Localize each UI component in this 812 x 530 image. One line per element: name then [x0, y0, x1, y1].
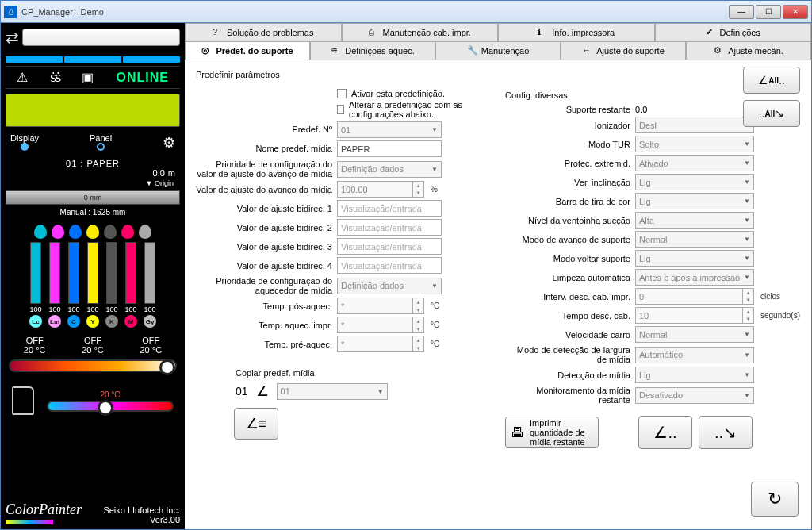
print-heat-spinner[interactable]: *▲▼: [337, 317, 424, 333]
copy-title: Copiar predef. mídia: [236, 368, 489, 378]
ink-dot-Lc: Lc: [29, 315, 42, 328]
page-heading: Predefinir parâmetros: [196, 70, 800, 79]
bidi3-input[interactable]: Visualização/entrada: [337, 238, 442, 255]
display-radio[interactable]: [21, 143, 29, 151]
version: Ver3.00: [103, 515, 180, 524]
rf-select-4[interactable]: Lig▼: [635, 174, 754, 190]
rf-spinner-11[interactable]: 10▲▼: [635, 307, 754, 324]
rf-select-7[interactable]: Normal▼: [635, 231, 754, 248]
rf-label-10: Interv. desc. cab. impr.: [505, 292, 630, 301]
adv-priority-label: Prioridade de configuração do valor de a…: [196, 159, 332, 179]
read-all-button[interactable]: ..All↘: [743, 100, 800, 127]
ink-dot-C: C: [67, 315, 80, 328]
heater-0: OFF20 °C: [24, 336, 46, 355]
sec-tab-4[interactable]: ⚙Ajuste mecân.: [686, 42, 811, 60]
ink-level-Y: 100: [86, 305, 98, 313]
print-remaining-button[interactable]: 🖶 Imprimir quantidade de mídia restante: [505, 417, 599, 448]
pre-heat-spinner[interactable]: *▲▼: [337, 336, 424, 352]
refresh-button[interactable]: ↻: [751, 482, 799, 517]
top-tab-0[interactable]: ?Solução de problemas: [185, 23, 342, 41]
rf-spinner-10[interactable]: 0▲▼: [635, 288, 754, 305]
company-name: Seiko I Infotech Inc.: [103, 505, 180, 515]
sec-tab-1[interactable]: ≋Definições aquec.: [310, 42, 435, 60]
panel-radio[interactable]: [97, 143, 105, 151]
rf-label-8: Modo voltar suporte: [505, 254, 630, 263]
rf-label-5: Barra de tira de cor: [505, 197, 630, 206]
warning-icon: ⚠: [17, 70, 28, 85]
ink-bar-Y: [87, 242, 98, 304]
top-tab-3[interactable]: ✔Definições: [655, 23, 812, 41]
ink-drop-M: [121, 225, 134, 239]
media-name-label: Nome predef. mídia: [196, 144, 332, 153]
settings-gear-icon[interactable]: ⚙: [163, 134, 175, 152]
rf-label-4: Ver. inclinação: [505, 178, 630, 187]
titlebar: ⎙ CP_Manager - Demo — ☐ ✕: [1, 1, 811, 23]
ink-bar-Lm: [49, 242, 60, 304]
adv-priority-select[interactable]: Definição dados▼: [337, 161, 442, 178]
adv-value-spinner[interactable]: 100.00▲▼: [337, 181, 424, 198]
activate-preset-checkbox[interactable]: [337, 89, 347, 98]
read-button[interactable]: ..↘: [699, 416, 753, 449]
brand-logo: ColorPainter: [6, 501, 82, 518]
rf-label-1: Ionizador: [505, 121, 630, 130]
ink-level-Gy: 100: [144, 305, 155, 313]
sec-tab-3[interactable]: ↔Ajuste do suporte: [561, 42, 686, 60]
apply-all-button[interactable]: ∠All..: [743, 67, 800, 94]
copy-list-button[interactable]: ∠≡: [234, 408, 278, 440]
status-panel: ⇄ ⚠ ṡṡ ▣ ONLINE Display Panel ⚙: [1, 23, 185, 529]
rf-select-13[interactable]: Automático▼: [635, 347, 754, 363]
ink-bar-Lc: [30, 242, 41, 304]
rf-select-1[interactable]: Desl▼: [635, 117, 754, 133]
rf-select-8[interactable]: Lig▼: [635, 250, 754, 267]
ink-drop-K: [104, 225, 117, 239]
sec-tab-0[interactable]: ◎Predef. do suporte: [185, 42, 310, 60]
apply-button[interactable]: ∠..: [638, 416, 692, 449]
top-tab-1[interactable]: ⎙Manutenção cab. impr.: [342, 23, 499, 41]
rf-select-14[interactable]: Lig▼: [635, 367, 754, 383]
change-preset-checkbox[interactable]: [337, 105, 344, 114]
temp-slider[interactable]: [47, 401, 174, 412]
rf-select-2[interactable]: Solto▼: [635, 136, 754, 152]
paper-roll-icon: [12, 386, 34, 415]
printer-select[interactable]: [22, 29, 180, 46]
ink-dot-K: K: [105, 315, 118, 328]
ink-dot-Lm: Lm: [48, 315, 61, 328]
heater-priority-select[interactable]: Definição dados▼: [337, 278, 442, 294]
rf-label-13: Modo de detecção de largura de mídia: [505, 345, 630, 364]
rf-value-0: 0.0: [635, 105, 754, 114]
ink-bar-M: [125, 242, 136, 304]
lcd-display: [6, 94, 180, 127]
rf-label-14: Detecção de mídia: [505, 371, 630, 380]
rf-select-15[interactable]: Desativado▼: [635, 387, 754, 404]
sec-tab-2[interactable]: 🔧Manutenção: [435, 42, 561, 60]
media-name-input[interactable]: PAPER: [337, 140, 442, 157]
bidi4-input[interactable]: Visualização/entrada: [337, 257, 442, 274]
ruler[interactable]: 0 mm: [6, 190, 180, 205]
ink-level-Lc: 100: [29, 305, 41, 313]
rf-select-3[interactable]: Ativado▼: [635, 155, 754, 171]
post-heat-spinner[interactable]: *▲▼: [337, 298, 424, 314]
ink-drop-Lc: [34, 225, 47, 239]
media-name: 01 : PAPER: [6, 159, 180, 168]
heat-icon: ṡṡ: [50, 70, 59, 85]
preset-no-select[interactable]: 01▼: [337, 121, 442, 138]
bidi2-input[interactable]: Visualização/entrada: [337, 219, 442, 236]
display-label: Display: [10, 133, 39, 143]
adv-value-label: Valor de ajuste do avanço da mídia: [196, 185, 332, 194]
bidi1-input[interactable]: Visualização/entrada: [337, 200, 442, 217]
window-minimize-button[interactable]: —: [729, 5, 754, 19]
rf-select-12[interactable]: Normal▼: [635, 326, 754, 343]
app-icon: ⎙: [4, 6, 17, 18]
rf-select-6[interactable]: Alta▼: [635, 212, 754, 229]
copy-dest-select[interactable]: 01▼: [277, 383, 388, 400]
window-close-button[interactable]: ✕: [783, 5, 808, 19]
top-tab-2[interactable]: ℹInfo. impressora: [498, 23, 655, 41]
rf-select-5[interactable]: Lig▼: [635, 193, 754, 209]
heater-slider[interactable]: [9, 359, 177, 372]
ink-dot-Gy: Gy: [144, 315, 156, 328]
ink-bar-Gy: [144, 242, 155, 304]
rf-label-0: Suporte restante: [505, 105, 630, 114]
rf-select-9[interactable]: Antes e após a impressão▼: [635, 269, 754, 286]
window-maximize-button[interactable]: ☐: [756, 5, 781, 19]
change-preset-label: Alterar a predefinição com as configuraç…: [349, 100, 489, 119]
